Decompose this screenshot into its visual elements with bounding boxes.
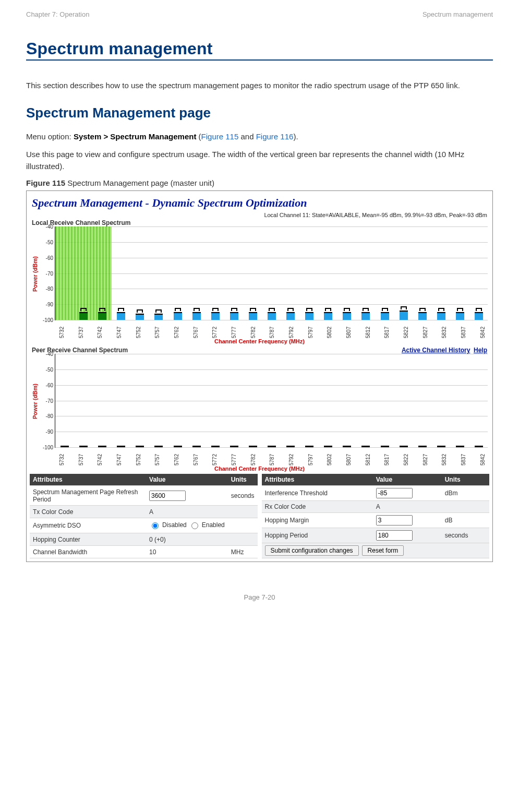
radio-disabled[interactable] [152,522,159,529]
peer-bar [230,446,238,447]
attr-input[interactable] [149,491,186,501]
table-row: Hopping Counter0 (+0) [30,533,258,546]
peer-xtick: 5812 [365,449,371,465]
peer-bar [192,446,201,447]
peer-xtick: 5757 [154,449,160,465]
attr-value: A [146,506,228,518]
attr-units: seconds [442,528,489,543]
attr-value [146,486,228,506]
local-xtick: 5817 [384,321,390,338]
peer-right-links: Active Channel History Help [402,347,487,354]
attr-units [228,506,258,518]
local-bar [79,312,88,320]
attr-input[interactable] [376,488,413,498]
attr-name: Hopping Counter [30,533,146,546]
local-bar [117,312,125,320]
table-row: Spectrum Management Page Refresh Periods… [30,486,258,506]
peer-ylabel: Power (dBm) [32,354,38,449]
table-row: Interference ThresholddBm [262,486,490,501]
peer-bar [174,446,182,447]
peer-bar [456,446,464,447]
peer-bar [136,446,144,447]
intro-paragraph: This section describes how to use the sp… [26,79,493,91]
attr-value: 10 [146,546,228,558]
peer-chart-plot: -40-50-60-70-80-90-100 [55,354,488,448]
submit-button[interactable]: Submit configuration changes [265,545,359,556]
local-bar [174,312,182,320]
section-title: Spectrum management [26,39,493,61]
peer-bar [324,446,332,447]
attr-units: seconds [228,486,258,506]
local-xtick: 5782 [250,321,256,338]
reset-button[interactable]: Reset form [362,545,404,556]
attr-value: A [373,501,442,513]
menu-and: and [238,132,256,141]
table-row: Hopping Periodseconds [262,528,490,543]
peer-xtick: 5802 [327,449,332,465]
peer-xtick: 5777 [231,449,237,465]
local-xtick: 5837 [461,321,466,338]
attr-value [373,528,442,543]
local-xtick: 5752 [136,321,141,338]
table-row: Asymmetric DSODisabledEnabled [30,518,258,533]
table-row: Tx Color CodeA [30,506,258,518]
local-xtick: 5777 [231,321,237,338]
peer-xlabel: Channel Center Frequency (MHz) [30,465,489,472]
attr-units [228,518,258,533]
figure-link-115: Figure 115 [201,132,239,141]
peer-bar [343,446,351,447]
local-bar [154,314,163,320]
radio-label: Enabled [202,521,225,529]
footer-prefix: Page [244,593,261,601]
local-xtick: 5797 [308,321,313,338]
footer-page: 7-20 [261,593,275,601]
peer-bar [305,446,313,447]
attr-value: DisabledEnabled [146,518,228,533]
local-xtick: 5812 [365,321,371,338]
attr-input[interactable] [376,515,413,526]
local-xtick: 5792 [288,321,294,338]
peer-bar [249,446,257,447]
help-link[interactable]: Help [474,347,487,354]
local-bar [456,312,464,320]
peer-bar [286,446,295,447]
figure-link-116: Figure 116 [256,132,294,141]
attr-units [228,533,258,546]
local-bar [418,312,427,320]
peer-xtick: 5742 [97,449,103,465]
peer-xtick: 5832 [441,449,447,465]
active-channel-history-link[interactable]: Active Channel History [402,347,470,354]
peer-bar [361,446,370,447]
local-xtick: 5827 [423,321,428,338]
table-row: Hopping MargindB [262,513,490,528]
attrs-right-h2: Units [442,474,489,486]
local-bar [361,312,370,320]
local-xtick: 5732 [59,321,65,338]
menu-suffix2: ). [293,132,298,141]
local-xtick: 5802 [327,321,332,338]
peer-xtick: 5767 [193,449,199,465]
peer-xtick: 5762 [174,449,179,465]
local-bar [381,312,389,320]
attribute-tables: Attributes Value Units Spectrum Manageme… [30,474,489,558]
page-header: Chapter 7: Operation Spectrum management [26,10,493,18]
peer-bar [400,446,408,447]
attrs-left-h0: Attributes [30,474,146,486]
attr-units: MHz [228,546,258,558]
local-bar [98,312,106,320]
sub-title: Spectrum Management page [26,105,493,121]
peer-xtick: 5782 [250,449,256,465]
peer-xtick: 5772 [212,449,218,465]
local-xtick: 5742 [97,321,103,338]
peer-xtick: 5747 [116,449,122,465]
attrs-left-table: Attributes Value Units Spectrum Manageme… [30,474,258,558]
attr-input[interactable] [376,530,413,541]
peer-bar [475,446,483,447]
peer-xtick: 5737 [78,449,84,465]
peer-xtick: 5817 [384,449,390,465]
peer-xtick: 5827 [423,449,428,465]
local-xtick: 5787 [269,321,275,338]
local-bar [305,312,313,320]
local-ylabel: Power (dBm) [32,226,38,321]
radio-enabled[interactable] [191,522,198,529]
